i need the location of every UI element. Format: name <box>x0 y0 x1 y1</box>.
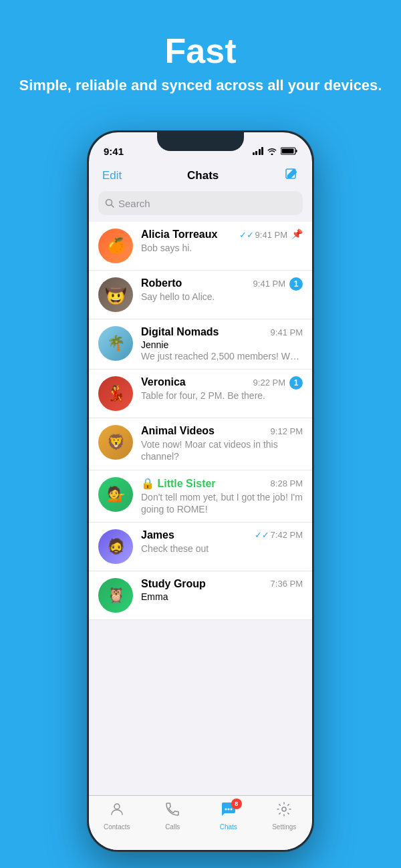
edit-button[interactable]: Edit <box>102 169 122 182</box>
chat-header-veronica: Veronica 9:22 PM <box>141 376 285 388</box>
chat-time-animal: 9:12 PM <box>271 426 303 436</box>
read-check-james: ✓✓ <box>255 530 269 540</box>
status-time: 9:41 <box>104 146 124 157</box>
chat-time-james: ✓✓ 7:42 PM <box>255 530 303 540</box>
compose-button[interactable] <box>284 167 299 184</box>
chat-time-sister: 8:28 PM <box>271 478 303 488</box>
tab-contacts-label: Contacts <box>104 823 130 831</box>
chat-name-roberto: Roberto <box>141 277 182 289</box>
search-container: Search <box>89 191 312 222</box>
hero-header: Fast Simple, reliable and synced across … <box>0 0 401 114</box>
chat-meta-alicia: 📌 <box>291 229 303 239</box>
chat-item-digital[interactable]: 🌴 Digital Nomads 9:41 PM Jennie We just … <box>89 319 312 370</box>
chat-meta-roberto: 1 <box>289 277 303 291</box>
chat-header-sister: 🔒 Little Sister 8:28 PM <box>141 477 303 490</box>
chat-content-alicia: Alicia Torreaux ✓✓ 9:41 PM Bob says hi. <box>141 229 287 254</box>
chat-content-sister: 🔒 Little Sister 8:28 PM Don't tell mom y… <box>141 477 303 515</box>
chat-time-roberto: 9:41 PM <box>253 279 285 289</box>
chat-content-roberto: Roberto 9:41 PM Say hello to Alice. <box>141 277 285 303</box>
badge-veronica: 1 <box>289 376 303 390</box>
svg-point-7 <box>225 809 227 811</box>
svg-point-9 <box>230 809 232 811</box>
chat-content-veronica: Veronica 9:22 PM Table for four, 2 PM. B… <box>141 376 285 402</box>
chat-item-animal[interactable]: 🦁 Animal Videos 9:12 PM Vote now! Moar c… <box>89 418 312 470</box>
chat-name-study: Study Group <box>141 578 206 590</box>
tab-chats[interactable]: 8 Chats <box>200 801 257 831</box>
search-placeholder: Search <box>118 198 150 209</box>
wifi-icon <box>267 147 277 155</box>
chat-header-alicia: Alicia Torreaux ✓✓ 9:41 PM <box>141 229 287 241</box>
chat-preview-digital: Jennie We just reached 2,500 members! WO… <box>141 339 303 362</box>
chat-time-digital: 9:41 PM <box>271 327 303 337</box>
svg-rect-1 <box>296 150 297 152</box>
chat-name-alicia: Alicia Torreaux <box>141 229 217 241</box>
chat-header-animal: Animal Videos 9:12 PM <box>141 425 303 437</box>
search-icon <box>105 198 114 208</box>
search-bar[interactable]: Search <box>98 191 303 215</box>
chat-content-study: Study Group 7:36 PM Emma <box>141 578 303 602</box>
nav-title: Chats <box>187 169 219 182</box>
signal-icon <box>253 147 264 155</box>
chat-name-sister: 🔒 Little Sister <box>141 477 216 490</box>
tab-settings-icon <box>276 801 292 821</box>
phone-screen: 9:41 <box>89 132 312 850</box>
chat-item-james[interactable]: 🧔 James ✓✓ 7:42 PM Check these out <box>89 523 312 571</box>
phone-shell: 9:41 <box>87 130 314 852</box>
svg-point-8 <box>227 809 229 811</box>
battery-icon <box>281 147 297 155</box>
chat-preview-james: Check these out <box>141 543 303 555</box>
chat-item-study[interactable]: 🦉 Study Group 7:36 PM Emma <box>89 571 312 620</box>
avatar-veronica: 💃 <box>98 376 133 411</box>
chat-header-james: James ✓✓ 7:42 PM <box>141 529 303 541</box>
tab-settings[interactable]: Settings <box>257 801 313 831</box>
chat-name-james: James <box>141 529 174 541</box>
svg-rect-2 <box>282 149 294 154</box>
avatar-james: 🧔 <box>98 529 133 564</box>
avatar-animal: 🦁 <box>98 425 133 460</box>
pin-icon-alicia: 📌 <box>291 229 303 239</box>
chat-item-roberto[interactable]: 🤠 Roberto 9:41 PM Say hello to Alice. 1 <box>89 271 312 319</box>
status-icons <box>253 147 298 155</box>
chat-meta-veronica: 1 <box>289 376 303 390</box>
tab-chats-badge: 8 <box>231 799 242 809</box>
tab-settings-label: Settings <box>272 823 296 831</box>
badge-roberto: 1 <box>289 277 303 291</box>
tab-calls-icon <box>164 801 180 821</box>
tab-chats-label: Chats <box>220 823 237 831</box>
hero-title: Fast <box>0 32 401 70</box>
chat-header-study: Study Group 7:36 PM <box>141 578 303 590</box>
chat-time-veronica: 9:22 PM <box>253 378 285 388</box>
avatar-sister: 💁 <box>98 477 133 512</box>
avatar-roberto: 🤠 <box>98 277 133 312</box>
chat-time-study: 7:36 PM <box>271 579 303 589</box>
hero-subtitle: Simple, reliable and synced across all y… <box>0 76 401 96</box>
chat-content-james: James ✓✓ 7:42 PM Check these out <box>141 529 303 555</box>
tab-chats-icon: 8 <box>221 801 237 821</box>
svg-line-5 <box>112 205 114 208</box>
chat-preview-veronica: Table for four, 2 PM. Be there. <box>141 390 285 402</box>
chat-preview-study: Emma <box>141 591 303 602</box>
chat-name-veronica: Veronica <box>141 376 186 388</box>
svg-point-6 <box>114 804 120 809</box>
lock-icon: 🔒 <box>141 478 154 489</box>
tab-calls[interactable]: Calls <box>145 801 201 831</box>
chat-preview-animal: Vote now! Moar cat videos in this channe… <box>141 438 303 462</box>
chat-content-animal: Animal Videos 9:12 PM Vote now! Moar cat… <box>141 425 303 462</box>
chat-preview-roberto: Say hello to Alice. <box>141 291 285 303</box>
tab-contacts-icon <box>109 801 125 821</box>
notch <box>157 132 244 151</box>
chat-list: 🍊 Alicia Torreaux ✓✓ 9:41 PM Bob says hi… <box>89 222 312 620</box>
avatar-digital: 🌴 <box>98 326 133 361</box>
chat-item-sister[interactable]: 💁 🔒 Little Sister 8:28 PM Don't tell mom… <box>89 470 312 523</box>
chat-item-veronica[interactable]: 💃 Veronica 9:22 PM Table for four, 2 PM.… <box>89 370 312 418</box>
chat-header-digital: Digital Nomads 9:41 PM <box>141 326 303 338</box>
chat-item-alicia[interactable]: 🍊 Alicia Torreaux ✓✓ 9:41 PM Bob says hi… <box>89 222 312 271</box>
tab-calls-label: Calls <box>165 823 180 831</box>
svg-point-10 <box>282 807 286 811</box>
chat-time-alicia: ✓✓ 9:41 PM <box>239 230 287 240</box>
read-check-alicia: ✓✓ <box>239 230 254 240</box>
tab-contacts[interactable]: Contacts <box>89 801 145 831</box>
chat-preview-sister: Don't tell mom yet, but I got the job! I… <box>141 491 303 515</box>
chat-scroll-area: 🍊 Alicia Torreaux ✓✓ 9:41 PM Bob says hi… <box>89 222 312 850</box>
avatar-study: 🦉 <box>98 578 133 613</box>
